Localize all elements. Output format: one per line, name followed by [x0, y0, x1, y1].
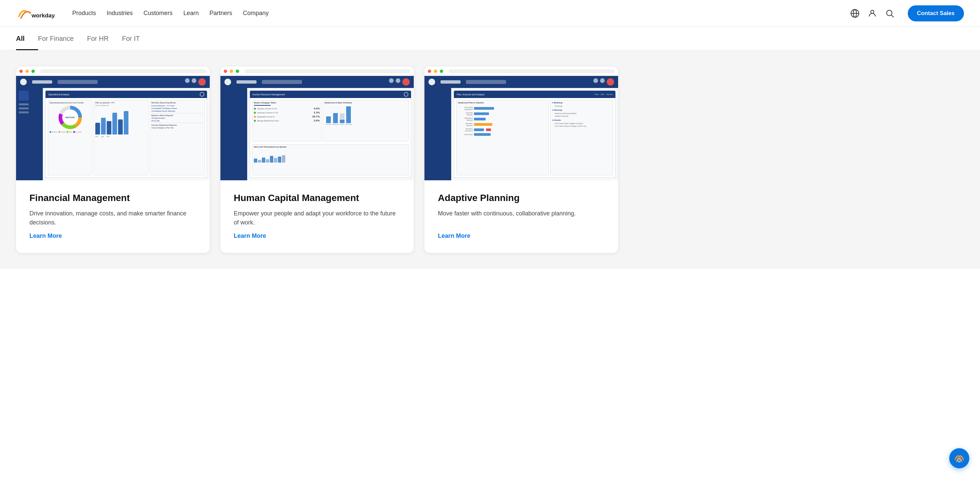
- navigation: workday . Products Industries Customers …: [0, 0, 980, 27]
- financial-management-desc: Drive innovation, manage costs, and make…: [29, 209, 196, 227]
- svg-line-7: [891, 15, 893, 17]
- ap-content: Adaptive Planning Move faster with conti…: [425, 180, 618, 253]
- svg-text:workday: workday: [31, 12, 55, 19]
- tab-for-hr[interactable]: For HR: [87, 27, 122, 50]
- tab-for-it[interactable]: For IT: [122, 27, 153, 50]
- hcm-title: Human Capital Management: [234, 193, 401, 204]
- person-icon[interactable]: [868, 9, 877, 18]
- ap-title: Adaptive Planning: [438, 193, 605, 204]
- nav-partners[interactable]: Partners: [209, 10, 232, 17]
- svg-point-5: [871, 10, 873, 13]
- card-human-capital-management: Human Resource Management Retain & Engag…: [220, 67, 414, 253]
- hcm-content: Human Capital Management Empower your pe…: [220, 180, 414, 253]
- cards-section: Operational Analysis Operating Expenses …: [0, 51, 980, 269]
- nav-company[interactable]: Company: [243, 10, 269, 17]
- ap-learn-more[interactable]: Learn More: [438, 232, 605, 240]
- financial-management-content: Financial Management Drive innovation, m…: [16, 180, 210, 253]
- financial-management-screenshot: Operational Analysis Operating Expenses …: [16, 67, 210, 180]
- nav-products[interactable]: Products: [72, 10, 96, 17]
- contact-sales-button[interactable]: Contact Sales: [908, 5, 964, 21]
- hcm-screenshot: Human Resource Management Retain & Engag…: [220, 67, 414, 180]
- globe-icon[interactable]: [850, 9, 859, 18]
- ap-screenshot: Plan, Execute and Analyze Plan Hire Sour…: [425, 67, 618, 180]
- nav-learn[interactable]: Learn: [183, 10, 199, 17]
- nav-industries[interactable]: Industries: [107, 10, 133, 17]
- svg-point-6: [886, 10, 892, 15]
- tab-all[interactable]: All: [16, 27, 38, 50]
- financial-management-title: Financial Management: [29, 193, 196, 204]
- search-icon[interactable]: [885, 9, 894, 18]
- logo[interactable]: workday .: [16, 5, 56, 21]
- card-financial-management: Operational Analysis Operating Expenses …: [16, 67, 210, 253]
- cards-grid: Operational Analysis Operating Expenses …: [16, 67, 618, 253]
- tab-for-finance[interactable]: For Finance: [38, 27, 87, 50]
- hcm-learn-more[interactable]: Learn More: [234, 232, 401, 240]
- nav-customers[interactable]: Customers: [143, 10, 173, 17]
- svg-text:.: .: [54, 12, 56, 19]
- product-tabs: All For Finance For HR For IT: [16, 27, 964, 50]
- financial-management-learn-more[interactable]: Learn More: [29, 232, 196, 240]
- nav-links: Products Industries Customers Learn Part…: [72, 10, 850, 17]
- ap-desc: Move faster with continuous, collaborati…: [438, 209, 605, 227]
- nav-icon-group: Contact Sales: [850, 5, 964, 21]
- tabs-container: All For Finance For HR For IT: [0, 27, 980, 51]
- card-adaptive-planning: Plan, Execute and Analyze Plan Hire Sour…: [425, 67, 618, 253]
- hcm-desc: Empower your people and adapt your workf…: [234, 209, 401, 227]
